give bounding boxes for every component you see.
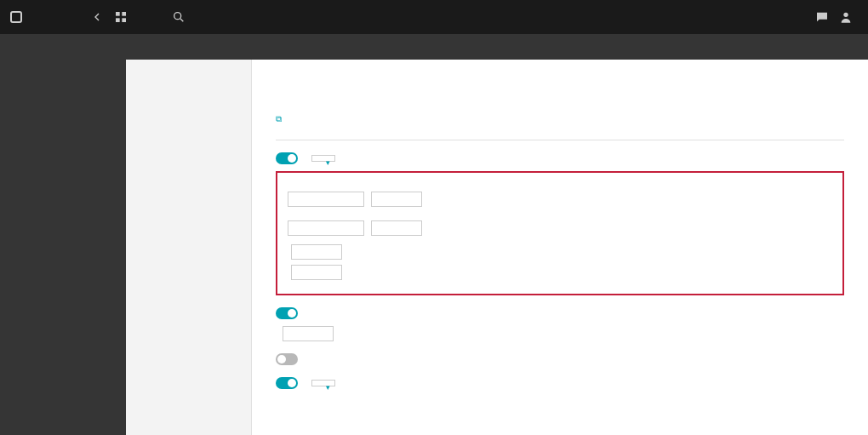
search-input[interactable]	[196, 11, 366, 23]
drop-pct-input[interactable]	[283, 326, 334, 341]
logo-icon	[10, 11, 22, 23]
abnormal-min-input[interactable]	[291, 265, 342, 280]
svg-point-4	[174, 13, 181, 20]
external-icon: ⧉	[276, 114, 282, 123]
toggle-failure-rate[interactable]	[276, 377, 298, 389]
dashboard-icon[interactable]	[109, 5, 133, 29]
degrade-pct-input[interactable]	[371, 192, 422, 207]
failure-mode-select[interactable]	[311, 380, 335, 386]
toggle-key-perf[interactable]	[276, 152, 298, 164]
slow-pct-input[interactable]	[371, 220, 422, 236]
svg-point-5	[843, 13, 848, 17]
low-traffic-input[interactable]	[291, 244, 342, 260]
key-perf-mode-select[interactable]	[311, 155, 335, 162]
settings-title	[126, 60, 251, 80]
degrade-ms-input[interactable]	[288, 192, 364, 207]
anomaly-link[interactable]: ⧉	[276, 112, 282, 124]
primary-nav	[0, 34, 126, 435]
back-icon[interactable]	[85, 5, 109, 29]
threshold-box	[276, 171, 844, 295]
toggle-traffic-spikes[interactable]	[276, 353, 298, 365]
slow-ms-input[interactable]	[288, 220, 364, 236]
svg-rect-3	[122, 18, 126, 22]
svg-rect-1	[122, 12, 126, 16]
breadcrumb	[126, 34, 868, 60]
page-note: ⧉	[276, 111, 803, 126]
svg-rect-2	[116, 18, 120, 22]
user-icon[interactable]	[834, 5, 858, 29]
main-content: ⧉	[252, 85, 868, 435]
app-type-tabs	[276, 140, 844, 140]
search-icon[interactable]	[167, 5, 191, 29]
chat-icon[interactable]	[810, 5, 834, 29]
svg-rect-0	[116, 12, 120, 16]
brand-logo	[10, 11, 26, 23]
toggle-traffic-drops[interactable]	[276, 307, 298, 319]
settings-nav	[126, 60, 252, 435]
